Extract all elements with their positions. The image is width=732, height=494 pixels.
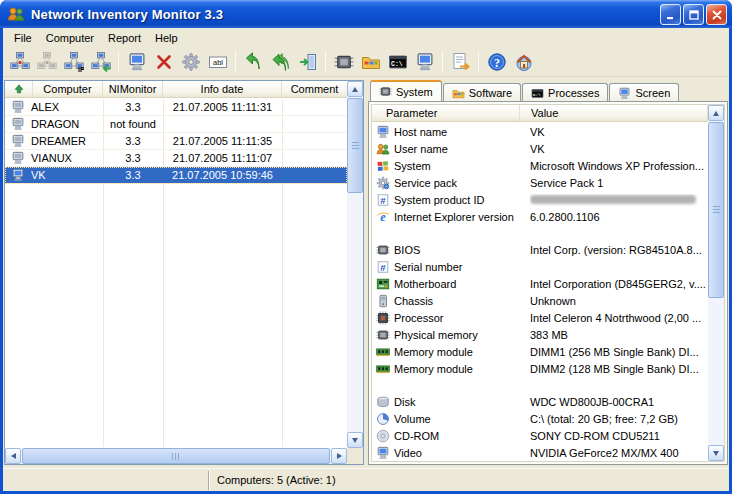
column-header-computer[interactable]: Computer (33, 81, 103, 97)
computer-row[interactable]: VK 3.3 21.07.2005 10:59:46 (5, 167, 347, 184)
rename-abl-icon: abl (208, 52, 228, 72)
system-param-row[interactable]: Motherboard Intel Corporation (D845GERG2… (372, 275, 708, 292)
ram-icon (376, 345, 391, 359)
client-area: FileComputerReportHelp IPablC:\? Compute… (3, 28, 729, 491)
sort-up-icon[interactable] (5, 81, 33, 97)
scrollbar-corner (347, 448, 363, 464)
home-globe-icon (514, 52, 534, 72)
system-param-row[interactable]: User name VK (372, 140, 708, 157)
system-param-row[interactable]: e Internet Explorer version 6.0.2800.110… (372, 208, 708, 225)
column-header-parameter[interactable]: Parameter (372, 105, 520, 121)
report-button[interactable] (448, 49, 473, 74)
menu-help[interactable]: Help (148, 30, 185, 46)
column-header-nimonitor[interactable]: NIMonitor (103, 81, 163, 97)
folder-icon (452, 87, 465, 100)
svg-text:#: # (380, 261, 386, 272)
computers-horizontal-scrollbar[interactable] (5, 448, 347, 464)
system-param-row[interactable] (372, 377, 708, 393)
screen-button[interactable] (412, 49, 437, 74)
system-param-row[interactable]: Physical memory 383 MB (372, 326, 708, 343)
scroll-right-button[interactable] (331, 448, 347, 464)
computer-row[interactable]: ALEX 3.3 21.07.2005 11:11:31 (5, 99, 347, 116)
system-param-row[interactable]: System Microsoft Windows XP Profession..… (372, 157, 708, 174)
system-param-row[interactable]: BIOS Intel Corp. (version: RG84510A.8... (372, 241, 708, 258)
software-info-button[interactable] (358, 49, 383, 74)
system-param-row[interactable]: Memory module DIMM1 (256 MB Single Bank)… (372, 343, 708, 360)
scrollbar-thumb[interactable] (22, 448, 330, 464)
system-param-row[interactable]: # System product ID (372, 191, 708, 208)
tab-software[interactable]: Software (443, 83, 521, 102)
arrow-down-icon (713, 451, 719, 456)
delete-computer-button[interactable] (151, 49, 176, 74)
add-computer-button[interactable] (124, 49, 149, 74)
computer-row[interactable]: DRAGON not found (5, 116, 347, 133)
close-button[interactable] (706, 4, 727, 25)
system-param-row[interactable]: Processor Intel Celeron 4 Notrthwood (2,… (372, 309, 708, 326)
get-all-info-button[interactable] (268, 49, 293, 74)
help-button[interactable]: ? (484, 49, 509, 74)
folder-icon (361, 52, 381, 72)
svg-text:C:\: C:\ (533, 91, 541, 96)
minimize-button[interactable] (660, 4, 681, 25)
find-computers-button[interactable] (7, 49, 32, 74)
tab-screen[interactable]: Screen (609, 83, 679, 102)
arrow-up-icon (713, 111, 719, 116)
scan-ip-range-button[interactable]: IP (61, 49, 86, 74)
menu-report[interactable]: Report (101, 30, 148, 46)
svg-text:#: # (380, 194, 386, 205)
website-button[interactable] (511, 49, 536, 74)
processes-button[interactable]: C:\ (385, 49, 410, 74)
import-computers-button[interactable] (88, 49, 113, 74)
menu-file[interactable]: File (7, 30, 39, 46)
system-param-row[interactable]: Service pack Service Pack 1 (372, 174, 708, 191)
system-info-button[interactable] (331, 49, 356, 74)
system-vertical-scrollbar[interactable] (708, 105, 724, 461)
maximize-button[interactable] (683, 4, 704, 25)
svg-text:e: e (380, 210, 386, 224)
get-info-button[interactable] (241, 49, 266, 74)
title-bar[interactable]: Network Inventory Monitor 3.3 (0, 0, 732, 28)
scroll-left-button[interactable] (5, 448, 21, 464)
column-header-comment[interactable]: Comment (282, 81, 347, 97)
computer-row[interactable]: VIANUX 3.3 21.07.2005 11:11:07 (5, 150, 347, 167)
toolbar-separator (442, 51, 443, 72)
system-table-body: Host name VK User name VK System Micro (372, 123, 708, 461)
scroll-up-button[interactable] (708, 105, 724, 121)
system-param-row[interactable]: Disk WDC WD800JB-00CRA1 (372, 393, 708, 410)
system-param-row[interactable]: Video NVIDIA GeForce2 MX/MX 400 (372, 444, 708, 461)
toolbar: IPablC:\? (3, 47, 729, 77)
window-controls (660, 4, 727, 25)
system-param-row[interactable]: Volume C:\ (total: 20 GB; free: 7,2 GB) (372, 410, 708, 427)
tab-processes[interactable]: C:\ Processes (522, 83, 608, 102)
network-import-icon (91, 52, 111, 72)
rename-button[interactable]: abl (205, 49, 230, 74)
toolbar-separator (478, 51, 479, 72)
menu-computer[interactable]: Computer (39, 30, 101, 46)
svg-text:?: ? (494, 55, 500, 69)
column-header-info-date[interactable]: Info date (163, 81, 282, 97)
toolbar-separator (235, 51, 236, 72)
column-header-value[interactable]: Value (520, 105, 708, 121)
computer-gray-icon (5, 134, 31, 148)
scrollbar-thumb[interactable] (708, 122, 724, 298)
computer-row[interactable]: DREAMER 3.3 21.07.2005 11:11:35 (5, 133, 347, 150)
video-icon (376, 446, 391, 460)
system-param-row[interactable]: CD-ROM SONY CD-ROM CDU5211 (372, 427, 708, 444)
screen-icon (415, 52, 435, 72)
scroll-down-button[interactable] (708, 445, 724, 461)
system-param-row[interactable] (372, 225, 708, 241)
computers-vertical-scrollbar[interactable] (347, 81, 363, 448)
system-param-row[interactable]: Chassis Unknown (372, 292, 708, 309)
system-param-row[interactable]: Memory module DIMM2 (128 MB Single Bank)… (372, 360, 708, 377)
settings-button[interactable] (178, 49, 203, 74)
arrow-right-icon (337, 453, 342, 459)
help-circle-icon: ? (487, 52, 507, 72)
scroll-down-button[interactable] (347, 432, 363, 448)
system-table: Parameter Value Host name VK (371, 104, 725, 462)
system-param-row[interactable]: Host name VK (372, 123, 708, 140)
system-param-row[interactable]: # Serial number (372, 258, 708, 275)
exit-button[interactable] (295, 49, 320, 74)
tab-system[interactable]: System (370, 80, 442, 101)
scroll-up-button[interactable] (347, 81, 363, 97)
scrollbar-thumb[interactable] (347, 98, 363, 193)
